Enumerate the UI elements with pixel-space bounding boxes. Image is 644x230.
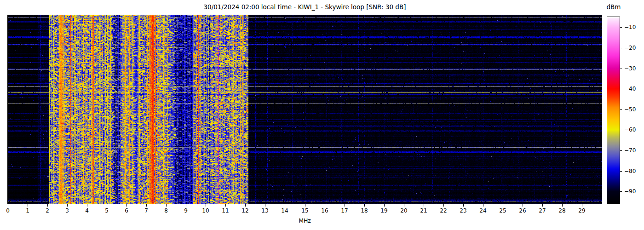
x-tick-mark bbox=[166, 204, 167, 207]
x-tick-mark bbox=[265, 204, 265, 207]
x-tick-label: 16 bbox=[321, 207, 328, 214]
colorbar-tick-mark bbox=[620, 69, 622, 69]
colorbar-label: dBm bbox=[598, 3, 629, 11]
x-tick-label: 17 bbox=[341, 207, 348, 214]
x-tick-label: 25 bbox=[499, 207, 506, 214]
colorbar-tick-label: −60 bbox=[624, 126, 636, 133]
chart-title: 30/01/2024 02:00 local time - KIWI_1 - S… bbox=[8, 3, 602, 11]
colorbar-tick-mark bbox=[620, 27, 622, 28]
colorbar: −10−20−30−40−50−60−70−80−90 bbox=[607, 17, 620, 204]
colorbar-tick-label: −10 bbox=[624, 24, 636, 30]
x-tick-mark bbox=[443, 204, 444, 207]
colorbar-tick-mark bbox=[620, 48, 622, 48]
colorbar-gradient bbox=[607, 17, 620, 204]
colorbar-tick-label: −70 bbox=[624, 147, 636, 154]
colorbar-tick-label: −40 bbox=[624, 86, 636, 92]
x-tick-label: 3 bbox=[65, 207, 69, 214]
colorbar-tick-mark bbox=[620, 150, 622, 151]
x-tick-mark bbox=[107, 204, 107, 207]
x-tick-mark bbox=[325, 204, 325, 207]
colorbar-tick-mark bbox=[620, 171, 622, 172]
x-tick-mark bbox=[8, 204, 8, 207]
x-tick-mark bbox=[87, 204, 87, 207]
x-tick-label: 10 bbox=[202, 207, 209, 214]
x-tick-mark bbox=[404, 204, 404, 207]
x-tick-mark bbox=[225, 204, 226, 207]
x-tick-mark bbox=[562, 204, 563, 207]
colorbar-tick-mark bbox=[620, 130, 622, 130]
x-tick-label: 20 bbox=[400, 207, 407, 214]
x-tick-label: 0 bbox=[6, 207, 10, 214]
x-tick-mark bbox=[67, 204, 68, 207]
x-tick-mark bbox=[186, 204, 186, 207]
x-tick-label: 13 bbox=[261, 207, 268, 214]
x-tick-mark bbox=[285, 204, 285, 207]
x-tick-label: 9 bbox=[184, 207, 188, 214]
x-tick-mark bbox=[126, 204, 127, 207]
x-tick-label: 14 bbox=[281, 207, 288, 214]
x-tick-label: 5 bbox=[105, 207, 109, 214]
x-tick-label: 29 bbox=[578, 207, 585, 214]
x-tick-label: 2 bbox=[46, 207, 49, 214]
x-tick-label: 1 bbox=[26, 207, 29, 214]
x-tick-mark bbox=[28, 204, 28, 207]
x-tick-label: 12 bbox=[242, 207, 248, 214]
colorbar-tick-mark bbox=[620, 191, 622, 192]
x-tick-label: 7 bbox=[144, 207, 148, 214]
x-tick-mark bbox=[424, 204, 424, 207]
plot-area bbox=[8, 15, 602, 204]
colorbar-tick-label: −50 bbox=[624, 106, 636, 113]
spectrogram-canvas bbox=[8, 15, 602, 204]
x-tick-mark bbox=[503, 204, 503, 207]
x-tick-mark bbox=[542, 204, 543, 207]
x-tick-label: 28 bbox=[558, 207, 565, 214]
x-tick-mark bbox=[523, 204, 523, 207]
x-tick-mark bbox=[483, 204, 483, 207]
x-tick-mark bbox=[47, 204, 48, 207]
x-tick-label: 23 bbox=[460, 207, 466, 214]
x-tick-label: 21 bbox=[420, 207, 427, 214]
x-tick-label: 24 bbox=[479, 207, 486, 214]
x-tick-label: 27 bbox=[539, 207, 546, 214]
x-tick-label: 26 bbox=[519, 207, 526, 214]
x-tick-label: 15 bbox=[301, 207, 308, 214]
x-axis-label: MHz bbox=[8, 217, 602, 224]
colorbar-tick-mark bbox=[620, 89, 622, 89]
colorbar-tick-label: −80 bbox=[624, 168, 636, 174]
spectrogram-figure: 30/01/2024 02:00 local time - KIWI_1 - S… bbox=[0, 0, 644, 230]
x-tick-label: 4 bbox=[85, 207, 89, 214]
x-tick-label: 22 bbox=[440, 207, 447, 214]
x-tick-mark bbox=[582, 204, 582, 207]
x-tick-label: 11 bbox=[222, 207, 229, 214]
x-tick-label: 19 bbox=[380, 207, 387, 214]
colorbar-tick-mark bbox=[620, 109, 622, 110]
x-tick-mark bbox=[146, 204, 147, 207]
x-tick-label: 6 bbox=[125, 207, 128, 214]
x-tick-label: 8 bbox=[164, 207, 168, 214]
colorbar-tick-label: −30 bbox=[624, 65, 636, 72]
x-tick-mark bbox=[305, 204, 305, 207]
x-tick-mark bbox=[245, 204, 246, 207]
x-tick-mark bbox=[345, 204, 345, 207]
colorbar-tick-label: −20 bbox=[624, 45, 636, 51]
x-tick-mark bbox=[384, 204, 385, 207]
x-tick-mark bbox=[463, 204, 464, 207]
x-tick-mark bbox=[206, 204, 206, 207]
x-tick-mark bbox=[364, 204, 365, 207]
x-tick-label: 18 bbox=[361, 207, 368, 214]
colorbar-tick-label: −90 bbox=[624, 188, 636, 195]
